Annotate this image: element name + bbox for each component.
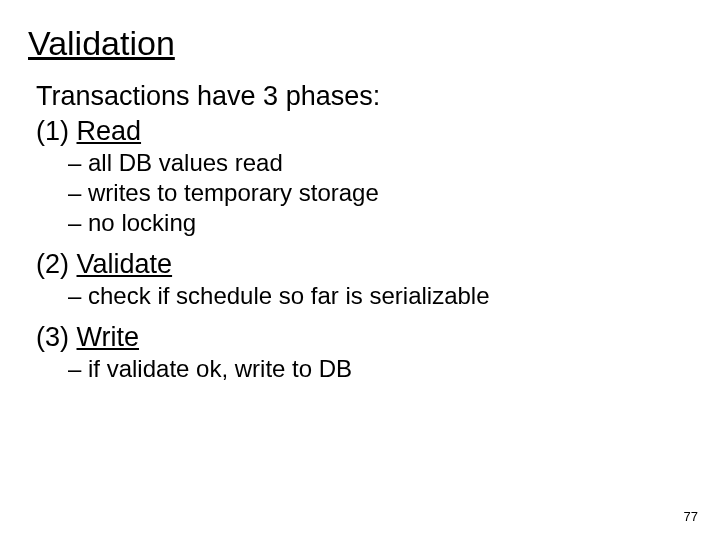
- phase-write: (3) Write: [36, 322, 692, 353]
- list-item: – if validate ok, write to DB: [68, 355, 692, 383]
- phase-validate-items: – check if schedule so far is serializab…: [68, 282, 692, 310]
- phase-write-number: (3): [36, 322, 77, 352]
- phase-validate-name: Validate: [77, 249, 173, 279]
- page-title: Validation: [28, 24, 692, 63]
- phase-write-items: – if validate ok, write to DB: [68, 355, 692, 383]
- phase-validate: (2) Validate: [36, 249, 692, 280]
- phase-read-name: Read: [77, 116, 142, 146]
- list-item: – writes to temporary storage: [68, 179, 692, 207]
- phase-write-name: Write: [77, 322, 140, 352]
- page-number: 77: [684, 509, 698, 524]
- list-item: – check if schedule so far is serializab…: [68, 282, 692, 310]
- list-item: – all DB values read: [68, 149, 692, 177]
- phase-read-number: (1): [36, 116, 77, 146]
- phase-read-items: – all DB values read – writes to tempora…: [68, 149, 692, 237]
- intro-text: Transactions have 3 phases:: [36, 81, 692, 112]
- slide-body: Transactions have 3 phases: (1) Read – a…: [36, 81, 692, 383]
- list-item: – no locking: [68, 209, 692, 237]
- phase-validate-number: (2): [36, 249, 77, 279]
- phase-read: (1) Read: [36, 116, 692, 147]
- slide: Validation Transactions have 3 phases: (…: [0, 0, 720, 540]
